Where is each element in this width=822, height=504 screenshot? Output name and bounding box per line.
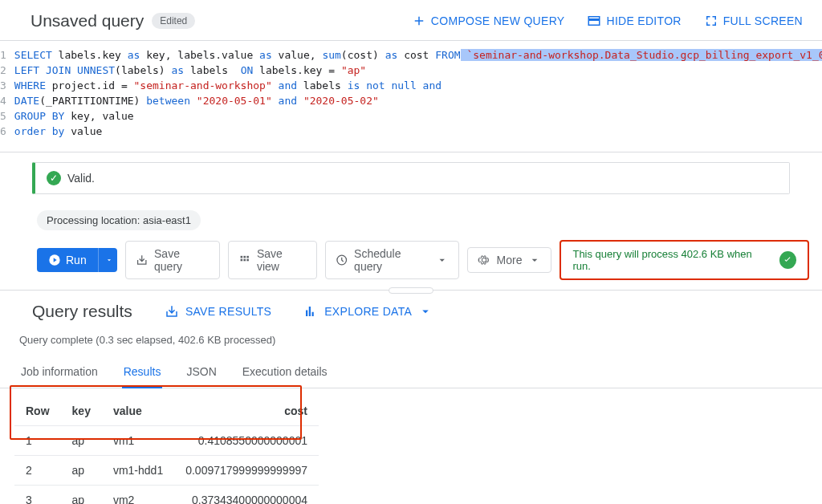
process-estimate-callout: This query will process 402.6 KB when ru… (560, 240, 809, 280)
run-button[interactable]: Run (37, 248, 98, 272)
table-header-row: Row key value cost (14, 396, 319, 426)
query-header: Unsaved query Edited COMPOSE NEW QUERY H… (0, 0, 822, 41)
run-button-group: Run (37, 248, 117, 272)
col-cost: cost (174, 396, 319, 426)
process-estimate-text: This query will process 402.6 KB when ru… (572, 248, 766, 272)
download-icon (136, 254, 148, 266)
chevron-down-icon (436, 254, 448, 266)
line-gutter: 123456 (0, 47, 14, 139)
explore-data-button[interactable]: EXPLORE DATA (303, 304, 433, 319)
tab-job-information[interactable]: Job information (19, 359, 100, 388)
schedule-query-button[interactable]: Schedule query (325, 241, 459, 279)
svg-rect-3 (246, 256, 249, 258)
results-header: Query results SAVE RESULTS EXPLORE DATA (0, 294, 822, 329)
check-circle-icon (779, 251, 796, 269)
query-title: Unsaved query (31, 11, 144, 30)
pane-drag-handle[interactable] (389, 287, 433, 294)
table-row[interactable]: 3apvm20.37343400000000004 (14, 486, 319, 505)
query-complete-status: Query complete (0.3 sec elapsed, 402.6 K… (0, 329, 822, 354)
svg-rect-1 (240, 256, 242, 258)
results-title: Query results (32, 302, 132, 321)
chevron-down-icon (528, 254, 541, 266)
save-view-button[interactable]: Save view (228, 241, 317, 279)
edited-badge: Edited (152, 13, 195, 29)
table-row[interactable]: 1apvm10.4108550000000001 (14, 426, 319, 456)
full-screen-button[interactable]: FULL SCREEN (704, 14, 803, 28)
valid-label: Valid. (67, 172, 95, 185)
save-view-icon (238, 254, 250, 266)
svg-rect-5 (243, 259, 246, 262)
table-row[interactable]: 2apvm1-hdd10.009717999999999997 (14, 456, 319, 486)
chart-icon (303, 304, 318, 319)
more-button[interactable]: More (467, 247, 552, 273)
save-query-button[interactable]: Save query (125, 241, 220, 279)
save-results-button[interactable]: SAVE RESULTS (165, 304, 271, 319)
result-tabs: Job information Results JSON Execution d… (0, 354, 822, 388)
check-circle-icon: ✓ (47, 171, 61, 185)
tab-execution-details[interactable]: Execution details (241, 359, 329, 388)
svg-rect-2 (243, 256, 246, 258)
tab-results[interactable]: Results (122, 359, 163, 388)
fullscreen-icon (704, 14, 718, 28)
plus-icon (412, 14, 426, 28)
results-table: Row key value cost 1apvm10.4108550000000… (0, 388, 822, 504)
download-icon (165, 304, 179, 319)
col-row: Row (14, 396, 61, 426)
run-dropdown[interactable] (98, 248, 117, 272)
sql-editor[interactable]: 123456 SELECT labels.key as key, labels.… (0, 41, 822, 152)
col-value: value (102, 396, 174, 426)
validation-bar: ✓ Valid. (32, 162, 790, 194)
clock-icon (336, 254, 348, 266)
compose-new-query-button[interactable]: COMPOSE NEW QUERY (412, 14, 565, 28)
svg-rect-6 (246, 259, 249, 262)
sql-code[interactable]: SELECT labels.key as key, labels.value a… (14, 47, 822, 139)
processing-location-chip: Processing location: asia-east1 (37, 210, 201, 230)
chevron-down-icon (105, 256, 113, 264)
editor-toolbar: Run Save query Save view Schedule query … (0, 237, 822, 291)
svg-rect-4 (240, 259, 242, 262)
play-circle-icon (48, 254, 61, 266)
gear-icon (478, 254, 490, 266)
hide-editor-button[interactable]: HIDE EDITOR (587, 14, 681, 28)
hide-editor-icon (587, 14, 601, 28)
tab-json[interactable]: JSON (185, 359, 218, 388)
col-key: key (61, 396, 102, 426)
chevron-down-icon (418, 304, 433, 319)
